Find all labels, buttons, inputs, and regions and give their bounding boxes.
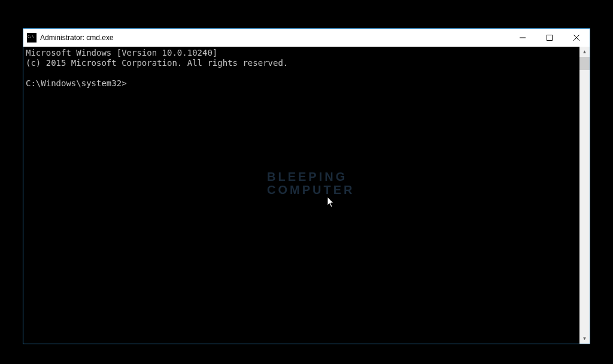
svg-rect-1 [547,35,552,41]
window-controls [509,29,590,47]
minimize-button[interactable] [509,29,536,47]
scroll-track[interactable] [579,57,590,333]
scroll-thumb[interactable] [579,57,590,70]
cmd-icon [27,33,37,43]
terminal-line: (c) 2015 Microsoft Corporation. All righ… [26,58,288,68]
window-body: Microsoft Windows [Version 10.0.10240] (… [23,47,590,344]
window-title: Administrator: cmd.exe [40,34,509,42]
terminal-output[interactable]: Microsoft Windows [Version 10.0.10240] (… [23,47,579,344]
terminal-prompt: C:\Windows\system32> [26,78,127,88]
close-button[interactable] [563,29,590,47]
scroll-down-button[interactable]: ▼ [579,333,590,344]
vertical-scrollbar[interactable]: ▲ ▼ [579,47,590,344]
cmd-window: Administrator: cmd.exe Microsoft Windows… [23,28,590,344]
maximize-button[interactable] [536,29,563,47]
titlebar[interactable]: Administrator: cmd.exe [23,29,590,47]
scroll-up-button[interactable]: ▲ [579,47,590,57]
terminal-line: Microsoft Windows [Version 10.0.10240] [26,48,217,57]
